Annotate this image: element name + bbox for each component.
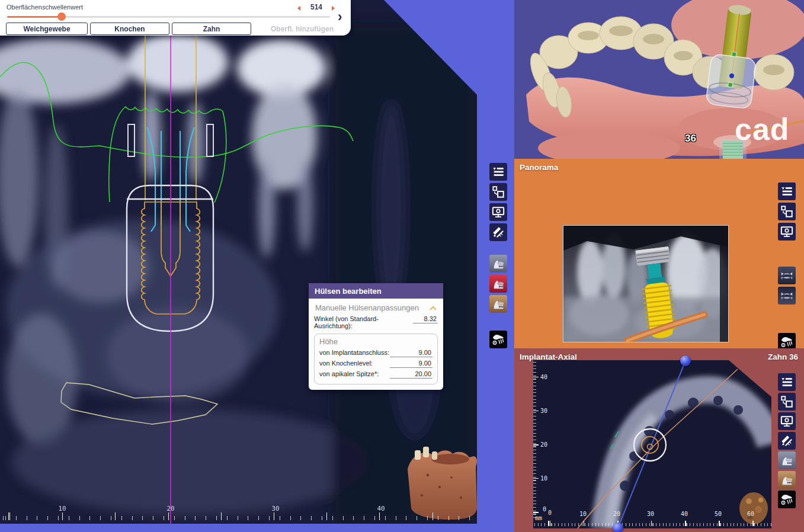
increment-arrow-icon[interactable] xyxy=(332,6,335,11)
view-3d-panel[interactable]: 36 cad xyxy=(514,0,804,159)
height-group: Höhe von Implantatanschluss: 9.00 von Kn… xyxy=(314,334,438,384)
implant-axis-handle-top[interactable] xyxy=(680,355,691,366)
axial-ct-view[interactable] xyxy=(533,360,771,528)
axial-tooth-label: Zahn 36 xyxy=(768,352,798,361)
xray-view-red-icon[interactable] xyxy=(489,275,507,293)
menu-icon[interactable] xyxy=(489,163,507,181)
axial-x-tick: 10 xyxy=(579,511,587,517)
xray-view-tan-icon[interactable] xyxy=(489,295,507,313)
expand-panel-chevron-icon[interactable]: › xyxy=(338,8,342,25)
screenshot-icon[interactable] xyxy=(778,412,796,430)
arch-visibility-icon[interactable] xyxy=(489,331,507,348)
screenshot-icon[interactable] xyxy=(489,203,507,221)
layout-icon[interactable] xyxy=(489,183,507,201)
axial-unit-label: mm xyxy=(535,515,542,521)
threshold-slider-fill xyxy=(7,16,62,18)
tooth-button[interactable]: Zahn xyxy=(172,23,251,35)
layout-icon[interactable] xyxy=(778,203,796,220)
collapse-chevron-up-icon[interactable] xyxy=(430,306,437,310)
axial-x-tick: 0 xyxy=(548,509,552,516)
threshold-label: Oberflächenschwellenwert xyxy=(7,4,83,11)
panorama-panel: Panorama xyxy=(514,159,804,348)
implant-connection-label: von Implantatanschluss: xyxy=(319,349,389,356)
axial-x-tick: 60 xyxy=(747,511,754,517)
jaw-3d-thumbnail xyxy=(408,447,477,520)
screenshot-icon[interactable] xyxy=(778,223,796,241)
xray-view-gray-icon[interactable] xyxy=(489,255,507,273)
panorama-xray-view[interactable] xyxy=(563,225,729,342)
main-ruler-label: 40 xyxy=(377,505,385,512)
axial-y-tick: 40 xyxy=(540,374,547,380)
axial-x-tick: 50 xyxy=(715,511,722,517)
angle-input[interactable]: 8.32 xyxy=(413,315,438,323)
main-ruler-label: 20 xyxy=(166,505,174,512)
decrement-arrow-icon[interactable] xyxy=(297,6,300,11)
menu-icon[interactable] xyxy=(778,373,796,391)
axial-y-tick: 20 xyxy=(540,441,547,448)
implant-axial-panel: Implantat-Axial Zahn 36 xyxy=(514,348,804,532)
bone-fragment-3d xyxy=(739,492,768,524)
measure-icon[interactable] xyxy=(778,432,796,450)
axial-x-tick: 30 xyxy=(647,511,654,517)
panorama-toolbar xyxy=(778,182,796,348)
panorama-view-icon[interactable] xyxy=(778,267,796,284)
implant-axis-handle-bottom[interactable] xyxy=(613,523,623,532)
apical-tip-input[interactable]: 20.00 xyxy=(390,370,433,379)
soft-tissue-button[interactable]: Weichgewebe xyxy=(6,23,88,35)
xray-view-tan-icon[interactable] xyxy=(778,471,796,489)
dialog-title: Hülsen bearbeiten xyxy=(309,283,443,299)
axial-x-tick: 40 xyxy=(681,511,688,517)
cross-section-view[interactable]: 10 20 30 40 xyxy=(0,0,477,524)
xray-view-gray-icon[interactable] xyxy=(778,451,796,469)
arch-visibility-icon[interactable] xyxy=(778,333,796,348)
apical-tip-label: von apikaler Spitze*: xyxy=(319,370,379,377)
bone-level-input[interactable]: 9.00 xyxy=(390,360,433,368)
axial-x-tick: 20 xyxy=(613,511,620,517)
implant-connection-input[interactable]: 9.00 xyxy=(390,349,433,357)
arch-visibility-icon[interactable] xyxy=(778,491,796,508)
panorama-view-alt-icon[interactable] xyxy=(778,287,796,305)
height-group-title: Höhe xyxy=(319,336,433,348)
threshold-value[interactable]: 514 xyxy=(303,3,329,11)
bone-level-label: von Knochenlevel: xyxy=(319,360,373,367)
angle-label: Winkel (von Standard-Ausrichtung): xyxy=(314,315,413,329)
sleeve-edit-dialog: Hülsen bearbeiten Manuelle Hülsenanpassu… xyxy=(309,283,443,390)
main-ruler-label: 10 xyxy=(58,505,66,512)
menu-icon[interactable] xyxy=(778,182,796,200)
main-ruler-label: 30 xyxy=(271,505,279,512)
measure-icon[interactable] xyxy=(489,223,507,241)
surface-threshold-panel: Oberflächenschwellenwert 514 Weichgewebe… xyxy=(0,0,351,36)
cad-watermark: cad xyxy=(735,111,790,147)
panorama-title: Panorama xyxy=(520,163,558,172)
bone-button[interactable]: Knochen xyxy=(90,23,169,35)
axial-y-tick: 0 xyxy=(543,506,546,512)
section-title: Manuelle Hülsenanpassungen xyxy=(315,303,419,312)
layout-icon[interactable] xyxy=(778,393,796,411)
main-view-toolbar xyxy=(489,163,507,348)
tooth-number-label: 36 xyxy=(685,133,696,145)
axial-toolbar xyxy=(778,373,796,508)
add-surface-button-disabled: Oberfl. hinzufügen xyxy=(257,23,347,35)
threshold-slider-knob[interactable] xyxy=(57,12,66,21)
ct-slice-image xyxy=(0,0,477,524)
axial-y-tick: 30 xyxy=(540,408,547,414)
implant-planning-app: 10 20 30 40 Oberflächenschwellenwert 514… xyxy=(0,0,804,532)
axial-y-tick: 10 xyxy=(540,475,547,482)
